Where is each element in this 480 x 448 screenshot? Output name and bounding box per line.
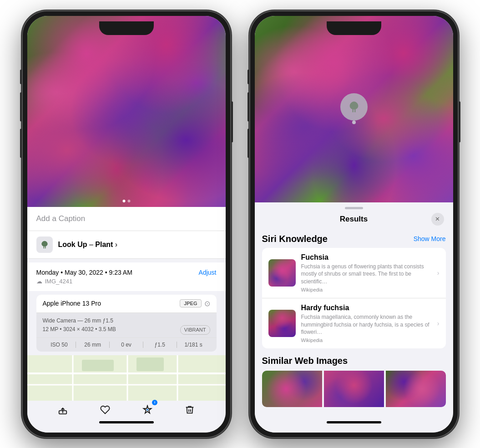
similar-web-title: Similar Web Images (262, 356, 446, 366)
similar-images-grid[interactable] (262, 371, 446, 407)
camera-exif: ISO 50 26 mm 0 ev ƒ1.5 1/181 s (36, 338, 217, 352)
camera-section: Apple iPhone 13 Pro JPEG ⊙ Wide Camera —… (36, 295, 217, 352)
heart-icon (100, 405, 110, 415)
exif-focal: 26 mm (76, 342, 110, 348)
knowledge-card: Fuchsia Fuchsia is a genus of flowering … (262, 248, 446, 349)
svg-rect-0 (27, 355, 226, 401)
lookup-section[interactable]: Look Up – Plant › (27, 231, 226, 259)
lookup-label: Look Up – Plant › (58, 241, 118, 249)
close-button[interactable]: ✕ (431, 213, 444, 226)
home-indicator-left (99, 421, 154, 423)
camera-model: Apple iPhone 13 Pro (43, 300, 101, 307)
right-phone: Results ✕ Siri Knowledge Show More (249, 10, 459, 438)
exif-ev: 0 ev (110, 342, 143, 348)
hardy-name: Hardy fuchsia (301, 304, 430, 312)
trash-button[interactable] (181, 401, 199, 419)
location-icon: ⊙ (204, 299, 210, 308)
hardy-source: Wikipedia (301, 337, 430, 343)
camera-top: Apple iPhone 13 Pro JPEG ⊙ (36, 295, 217, 313)
camera-wide: Wide Camera — 26 mm ƒ1.5 (43, 317, 210, 325)
tone-badge: VIBRANT (180, 325, 210, 335)
results-title: Results (340, 215, 368, 224)
power-button (231, 101, 233, 142)
meta-filename: ☁ IMG_4241 (36, 278, 217, 285)
camera-resolution: 12 MP • 3024 × 4032 • 3.5 MB VIBRANT (43, 325, 210, 334)
volume-up-button (20, 92, 22, 121)
similar-web-section: Similar Web Images (262, 356, 446, 407)
sparkles-icon (142, 405, 152, 415)
trash-icon (185, 405, 195, 415)
info-area: Add a Caption Look Up – Plant › Monday •… (27, 207, 226, 433)
results-header: Results ✕ (255, 209, 453, 229)
fuchsia-desc: Fuchsia is a genus of flowering plants t… (301, 263, 430, 286)
similar-img-1[interactable] (262, 371, 322, 407)
hardy-thumbnail (268, 310, 296, 337)
left-phone-screen: Add a Caption Look Up – Plant › Monday •… (27, 16, 226, 433)
fuchsia-name: Fuchsia (301, 253, 430, 262)
siri-knowledge-header: Siri Knowledge Show More (262, 229, 446, 248)
photo-dots (122, 200, 130, 202)
meta-section: Monday • May 30, 2022 • 9:23 AM Adjust ☁… (27, 262, 226, 291)
share-button[interactable] (54, 401, 72, 419)
left-phone: Add a Caption Look Up – Plant › Monday •… (22, 10, 231, 438)
hardy-desc: Fuchsia magellanica, commonly known as t… (301, 313, 430, 336)
fuchsia-text: Fuchsia Fuchsia is a genus of flowering … (301, 253, 430, 292)
plant-icon (40, 240, 49, 249)
chevron-right-icon-1: › (437, 269, 440, 277)
meta-date: Monday • May 30, 2022 • 9:23 AM (36, 269, 132, 276)
info-button[interactable]: i (138, 401, 157, 419)
show-more-button[interactable]: Show More (414, 235, 446, 242)
notch-right (327, 21, 381, 35)
similar-img-3[interactable] (386, 371, 446, 407)
volume-down-button (20, 129, 22, 158)
chevron-right-icon-2: › (437, 320, 440, 327)
notch-left (99, 21, 154, 35)
results-panel: Results ✕ Siri Knowledge Show More (255, 202, 453, 433)
volume-down-button-right (248, 129, 249, 158)
camera-specs: Wide Camera — 26 mm ƒ1.5 12 MP • 3024 × … (36, 313, 217, 338)
photo-area-left[interactable] (27, 16, 226, 207)
map-overlay (27, 355, 226, 401)
fuchsia-source: Wikipedia (301, 287, 430, 292)
hardy-text: Hardy fuchsia Fuchsia magellanica, commo… (301, 304, 430, 343)
dot-2 (127, 200, 130, 202)
caption-area[interactable]: Add a Caption (27, 207, 226, 231)
adjust-button[interactable]: Adjust (199, 269, 217, 276)
camera-badges: JPEG ⊙ (180, 299, 210, 308)
exif-shutter: 1/181 s (177, 342, 210, 348)
format-badge: JPEG (180, 299, 201, 307)
left-toolbar: i (33, 401, 220, 419)
volume-up-button-right (248, 92, 249, 121)
share-icon (58, 405, 68, 415)
knowledge-item-fuchsia[interactable]: Fuchsia Fuchsia is a genus of flowering … (262, 248, 446, 298)
lookup-circle[interactable] (340, 93, 368, 121)
similar-img-2[interactable] (324, 371, 384, 407)
svg-point-10 (147, 409, 148, 411)
home-indicator-right (327, 421, 381, 423)
fuchsia-thumb-img (268, 259, 296, 287)
info-badge: i (152, 400, 157, 405)
knowledge-item-hardy[interactable]: Hardy fuchsia Fuchsia magellanica, commo… (262, 298, 446, 348)
flower-photo-left (27, 16, 226, 207)
exif-aperture: ƒ1.5 (143, 342, 177, 348)
svg-rect-7 (136, 357, 164, 371)
meta-datetime: Monday • May 30, 2022 • 9:23 AM Adjust (36, 269, 217, 276)
lookup-icon (36, 237, 53, 253)
dot-1 (122, 200, 125, 202)
map-section[interactable] (27, 355, 226, 401)
cloud-icon: ☁ (36, 278, 42, 285)
hardy-thumb-img (268, 310, 296, 337)
power-button-right (459, 101, 460, 142)
caption-placeholder: Add a Caption (36, 214, 86, 223)
svg-rect-6 (82, 360, 114, 371)
siri-knowledge-title: Siri Knowledge (262, 234, 328, 244)
lookup-dot (352, 121, 356, 124)
fuchsia-thumbnail (268, 259, 296, 287)
photo-area-right (255, 16, 453, 202)
heart-button[interactable] (96, 401, 114, 419)
mute-button-right (248, 70, 249, 84)
mute-button (20, 70, 22, 84)
exif-iso: ISO 50 (43, 342, 76, 348)
results-content[interactable]: Siri Knowledge Show More Fuchsia Fuchsia… (255, 229, 453, 433)
plant-lookup-icon (348, 101, 360, 113)
